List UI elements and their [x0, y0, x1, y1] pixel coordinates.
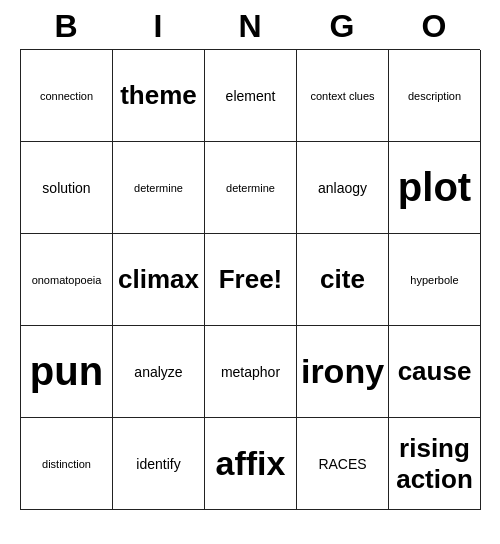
bingo-header-letter: B [20, 8, 112, 45]
bingo-header-letter: O [388, 8, 480, 45]
bingo-cell-r1-c2: determine [205, 142, 297, 234]
bingo-cell-r3-c3: irony [297, 326, 389, 418]
bingo-header-letter: N [204, 8, 296, 45]
bingo-cell-r4-c3: RACES [297, 418, 389, 510]
bingo-header: BINGO [20, 0, 480, 49]
bingo-cell-r1-c1: determine [113, 142, 205, 234]
bingo-cell-r1-c0: solution [21, 142, 113, 234]
bingo-cell-r0-c3: context clues [297, 50, 389, 142]
bingo-grid: connectionthemeelementcontext cluesdescr… [20, 49, 480, 510]
bingo-cell-r4-c4: rising action [389, 418, 481, 510]
bingo-cell-r3-c4: cause [389, 326, 481, 418]
bingo-cell-r0-c4: description [389, 50, 481, 142]
bingo-cell-r2-c4: hyperbole [389, 234, 481, 326]
bingo-cell-r0-c2: element [205, 50, 297, 142]
bingo-cell-r4-c1: identify [113, 418, 205, 510]
bingo-header-letter: G [296, 8, 388, 45]
bingo-cell-r1-c3: anlaogy [297, 142, 389, 234]
bingo-cell-r2-c0: onomatopoeia [21, 234, 113, 326]
bingo-header-letter: I [112, 8, 204, 45]
bingo-cell-r4-c2: affix [205, 418, 297, 510]
bingo-cell-r3-c2: metaphor [205, 326, 297, 418]
bingo-cell-r0-c0: connection [21, 50, 113, 142]
bingo-cell-r2-c3: cite [297, 234, 389, 326]
bingo-cell-r1-c4: plot [389, 142, 481, 234]
bingo-cell-r2-c2: Free! [205, 234, 297, 326]
bingo-cell-r3-c0: pun [21, 326, 113, 418]
bingo-cell-r0-c1: theme [113, 50, 205, 142]
bingo-cell-r4-c0: distinction [21, 418, 113, 510]
bingo-cell-r2-c1: climax [113, 234, 205, 326]
bingo-cell-r3-c1: analyze [113, 326, 205, 418]
